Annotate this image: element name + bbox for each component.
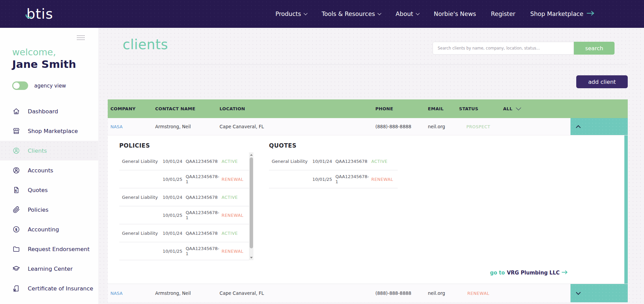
sidebar-item-clients[interactable]: Clients <box>0 141 98 160</box>
quotes-list: General Liability 10/01/24 QAA12345678 A… <box>269 152 398 188</box>
company-link[interactable]: NASA <box>110 291 123 296</box>
person-circle-icon <box>12 166 20 174</box>
agency-view-toggle[interactable] <box>12 81 28 90</box>
quote-number: QAA12345678-1 <box>335 174 371 184</box>
chevron-down-icon <box>377 11 381 15</box>
table-header-row: COMPANY CONTACT NAME LOCATION PHONE EMAI… <box>108 99 628 118</box>
clients-table: COMPANY CONTACT NAME LOCATION PHONE EMAI… <box>108 99 628 302</box>
policy-date: 10/01/24 <box>163 231 186 236</box>
scroll-up-arrow-icon[interactable] <box>250 154 253 156</box>
policies-scrollbar[interactable] <box>249 152 253 260</box>
policy-type: General Liability <box>122 231 163 236</box>
nav-tools-resources[interactable]: Tools & Resources <box>322 11 381 17</box>
location-cell: Cape Canaveral, FL <box>217 290 373 296</box>
sidebar-item-request-endorsement[interactable]: Request Endorsement <box>0 239 98 259</box>
policy-date: 10/01/25 <box>163 177 186 182</box>
email-cell: neil.org <box>425 124 456 129</box>
column-header-company: COMPANY <box>108 106 152 111</box>
sidebar-item-quotes[interactable]: $ Quotes <box>0 180 98 200</box>
top-navbar: btis Products Tools & Resources About No… <box>0 0 644 28</box>
policy-list-item: General Liability 10/01/24 QAA12345678 A… <box>119 224 249 242</box>
go-to-client-link[interactable]: go to VRG Plumbing LLC <box>490 270 568 276</box>
policy-list-item: General Liability 10/01/24 QAA12345678 A… <box>119 188 249 206</box>
sidebar-item-learning-center[interactable]: Learning Center <box>0 259 98 279</box>
quotes-section-title: QUOTES <box>269 142 296 149</box>
nav-products[interactable]: Products <box>275 11 307 17</box>
company-link[interactable]: NASA <box>110 124 123 129</box>
chevron-down-icon <box>516 105 521 111</box>
policy-type: General Liability <box>122 195 163 200</box>
column-header-phone: PHONE <box>373 106 425 111</box>
policy-date: 10/01/24 <box>163 159 186 164</box>
brand-logo[interactable]: btis <box>26 7 53 21</box>
chevron-up-icon <box>576 125 581 130</box>
add-client-button[interactable]: add client <box>576 75 628 88</box>
folder-icon <box>12 245 20 253</box>
policies-list: General Liability 10/01/24 QAA12345678 A… <box>119 152 253 260</box>
sidebar-item-policies[interactable]: Policies <box>0 200 98 220</box>
chevron-down-icon <box>304 11 307 15</box>
sidebar-item-certificate-of-insurance[interactable]: Certificate of Insurance <box>0 279 98 298</box>
nav-tools-resources-label: Tools & Resources <box>322 11 375 17</box>
phone-cell: (888)-888-8888 <box>373 290 425 296</box>
policy-number: QAA12345678 <box>186 231 222 236</box>
policy-list-item: 10/01/25 QAA12345678-1 RENEWAL <box>119 242 249 260</box>
policy-list-item: General Liability 10/01/24 QAA12345678 A… <box>119 152 249 170</box>
section-divider <box>108 64 628 65</box>
table-row[interactable]: NASA Armstrong, Neil Cape Canaveral, FL … <box>108 118 628 135</box>
sidebar-item-accounts[interactable]: Accounts <box>0 160 98 180</box>
document-dollar-icon: $ <box>12 186 20 194</box>
nav-shop-marketplace[interactable]: Shop Marketplace <box>530 11 595 17</box>
user-name: Jane Smith <box>12 58 76 71</box>
scroll-down-arrow-icon[interactable] <box>250 257 253 259</box>
table-row[interactable]: NASA Armstrong, Neil Cape Canaveral, FL … <box>108 284 628 302</box>
agency-view-label: agency view <box>34 83 66 89</box>
collapse-row-button[interactable] <box>570 118 628 135</box>
certificate-icon <box>12 284 20 292</box>
sidebar-item-label: Accounts <box>28 167 53 174</box>
sidebar-item-label: Learning Center <box>28 266 72 272</box>
go-to-target: VRG Plumbing LLC <box>507 270 560 276</box>
expand-row-button[interactable] <box>570 284 628 302</box>
dollar-circle-icon: $ <box>12 225 20 233</box>
policies-section-title: POLICIES <box>119 142 150 149</box>
sidebar-item-accounting[interactable]: $ Accounting <box>0 220 98 239</box>
quote-list-item: 10/01/25 QAA12345678-1 RENEWAL <box>269 170 398 188</box>
graduation-cap-icon <box>12 265 20 273</box>
status-filter-dropdown[interactable]: ALL <box>500 106 570 111</box>
sidebar: welcome, Jane Smith agency view Dashboar… <box>0 28 98 304</box>
scrollbar-thumb[interactable] <box>250 157 253 248</box>
sidebar-item-label: Clients <box>28 148 47 154</box>
sidebar-item-shop-marketplace[interactable]: Shop Marketplace <box>0 121 98 141</box>
column-header-location: LOCATION <box>217 106 373 111</box>
client-detail-panel: POLICIES General Liability 10/01/24 QAA1… <box>108 135 628 284</box>
policy-type: General Liability <box>122 159 163 164</box>
policy-status: ACTIVE <box>222 195 249 200</box>
quote-number: QAA12345678 <box>335 159 371 164</box>
nav-shop-marketplace-label: Shop Marketplace <box>530 11 583 17</box>
nav-register-label: Register <box>491 11 515 17</box>
email-cell: neil.org <box>425 290 456 296</box>
arrow-right-icon <box>586 11 595 17</box>
sidebar-item-dashboard[interactable]: Dashboard <box>0 101 98 121</box>
chevron-down-icon <box>416 11 419 15</box>
column-header-status: STATUS <box>456 106 500 111</box>
policy-number: QAA12345678 <box>186 195 222 200</box>
sidebar-menu: Dashboard Shop Marketplace Clients Accou… <box>0 101 98 298</box>
welcome-label: welcome, <box>12 47 76 58</box>
search-button[interactable]: search <box>574 42 615 55</box>
nav-register[interactable]: Register <box>491 11 515 17</box>
sidebar-item-label: Shop Marketplace <box>28 128 78 134</box>
logo-swoosh-icon <box>25 8 33 22</box>
toggle-knob <box>13 82 20 89</box>
chevron-down-icon <box>576 290 581 294</box>
hamburger-menu-icon[interactable] <box>77 34 85 41</box>
search-input[interactable] <box>433 42 574 55</box>
status-badge: RENEWAL <box>456 291 500 296</box>
quote-date: 10/01/24 <box>312 159 335 164</box>
phone-cell: (888)-888-8888 <box>373 124 425 129</box>
nav-about[interactable]: About <box>396 11 419 17</box>
policy-list-item: 10/01/25 QAA12345678-1 RENEWAL <box>119 206 249 224</box>
nav-norbies-news[interactable]: Norbie's News <box>434 11 476 17</box>
sidebar-item-label: Accounting <box>28 226 59 233</box>
